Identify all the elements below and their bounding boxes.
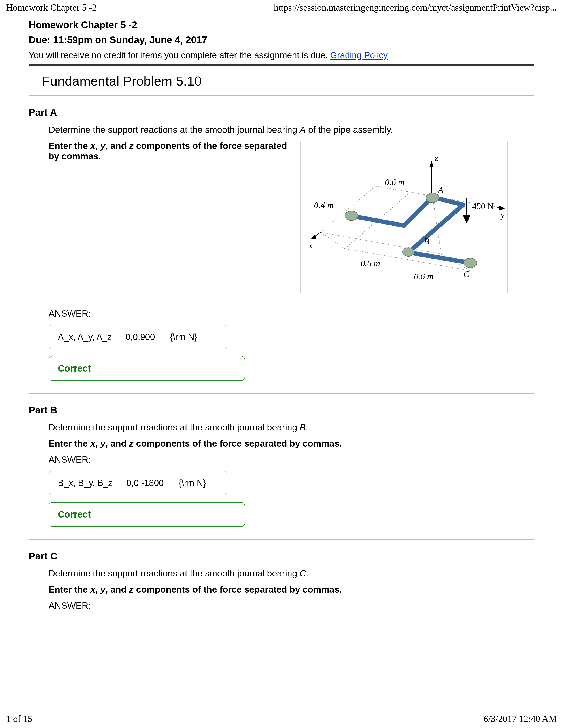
fig-dim-left: 0.4 m: [314, 200, 334, 210]
inst-static: , and: [105, 438, 129, 448]
header-url: https://session.masteringengineering.com…: [274, 2, 557, 13]
answer-vars: A_x, A_y, A_z: [58, 332, 119, 342]
part-b-prompt: Determine the support reactions at the s…: [49, 422, 534, 433]
part-b-feedback: Correct: [49, 502, 245, 527]
axis-z: z: [435, 153, 438, 163]
credit-text: You will receive no credit for items you…: [29, 50, 330, 60]
inst-static: ,: [95, 438, 100, 448]
grading-policy-link[interactable]: Grading Policy: [330, 50, 388, 60]
problem-title: Fundamental Problem 5.10: [29, 67, 534, 95]
part-b-heading: Part B: [29, 405, 534, 416]
header-title: Homework Chapter 5 -2: [6, 2, 96, 13]
inst-vars: x: [90, 141, 95, 151]
answer-unit: {\rm N}: [179, 478, 206, 488]
answer-label: ANSWER:: [49, 600, 534, 611]
print-header: Homework Chapter 5 -2 https://session.ma…: [0, 0, 563, 19]
label-a: A: [437, 185, 444, 195]
prompt-var: C: [300, 568, 306, 578]
inst-static: , and: [105, 141, 129, 151]
due-date: Due: 11:59pm on Sunday, June 4, 2017: [29, 34, 534, 45]
fig-force: 450 N: [472, 201, 494, 211]
inst-vars: z: [129, 438, 134, 448]
inst-pre: Enter the: [49, 141, 90, 151]
part-c-heading: Part C: [29, 551, 534, 562]
answer-vars: B_x, B_y, B_z: [58, 478, 120, 488]
assignment-title: Homework Chapter 5 -2: [29, 19, 534, 30]
inst-pre: Enter the: [49, 438, 90, 448]
part-a-feedback: Correct: [49, 356, 245, 381]
label-b: B: [424, 236, 429, 246]
inst-vars: y: [100, 584, 105, 595]
inst-vars: z: [129, 584, 134, 595]
svg-point-20: [426, 193, 439, 203]
part-b-body: Determine the support reactions at the s…: [29, 422, 534, 527]
prompt-text: Determine the support reactions at the s…: [49, 422, 300, 432]
svg-line-1: [321, 232, 441, 254]
fig-dim-bl: 0.6 m: [361, 259, 380, 268]
inst-pre: Enter the: [49, 584, 90, 595]
pipe-assembly-figure: 0.6 m 0.4 m 0.6 m 0.6 m 450 N z y x A B …: [300, 141, 508, 293]
part-a-heading: Part A: [29, 107, 534, 118]
prompt-var: A: [300, 125, 306, 135]
part-c-instructions: Enter the x, y, and z components of the …: [49, 584, 534, 595]
svg-marker-11: [311, 235, 316, 239]
answer-values: 0,0,-1800: [126, 478, 164, 488]
inst-vars: x: [90, 438, 95, 448]
answer-values: 0,0,900: [125, 332, 155, 342]
inst-vars: y: [100, 141, 105, 151]
part-a-row: Enter the x, y, and z components of the …: [49, 141, 534, 293]
prompt-post: of the pipe assembly.: [306, 125, 393, 135]
inst-post: components of the force separated by com…: [133, 584, 342, 595]
svg-marker-13: [499, 206, 505, 210]
inst-vars: x: [90, 584, 95, 595]
part-b-answer: B_x, B_y, B_z 0,0,-1800 {\rm N}: [49, 471, 227, 495]
answer-unit: {\rm N}: [170, 332, 197, 342]
svg-marker-9: [430, 162, 433, 166]
credit-note: You will receive no credit for items you…: [29, 50, 534, 60]
inst-static: , and: [105, 584, 129, 595]
label-c: C: [463, 269, 469, 279]
prompt-text: Determine the support reactions at the s…: [49, 568, 300, 578]
prompt-post: .: [306, 568, 309, 578]
divider: [29, 95, 534, 96]
svg-line-2: [321, 232, 345, 249]
svg-point-22: [464, 258, 477, 268]
inst-static: ,: [95, 584, 100, 595]
svg-point-19: [345, 211, 358, 221]
inst-post: components of the force separated by com…: [133, 438, 342, 448]
part-a-prompt: Determine the support reactions at the s…: [49, 125, 534, 135]
part-a-answer: A_x, A_y, A_z 0,0,900 {\rm N}: [49, 325, 227, 349]
prompt-post: .: [306, 422, 308, 432]
axis-y: y: [500, 210, 505, 220]
print-footer: 1 of 15 6/3/2017 12:40 AM: [0, 713, 563, 724]
answer-label: ANSWER:: [49, 454, 534, 465]
fig-dim-top: 0.6 m: [385, 177, 405, 187]
prompt-text: Determine the support reactions at the s…: [49, 125, 300, 135]
svg-marker-24: [464, 216, 469, 222]
inst-static: ,: [95, 141, 100, 151]
inst-vars: z: [129, 141, 134, 151]
heavy-divider: [29, 64, 534, 66]
part-b-instructions: Enter the x, y, and z components of the …: [49, 438, 534, 449]
divider: [29, 539, 534, 540]
page-number: 1 of 15: [6, 713, 32, 724]
part-c-body: Determine the support reactions at the s…: [29, 568, 534, 611]
answer-label: ANSWER:: [49, 308, 534, 319]
axis-x: x: [309, 240, 313, 250]
svg-point-21: [403, 248, 414, 256]
figure-svg: 0.6 m 0.4 m 0.6 m 0.6 m 450 N z y x A B …: [301, 141, 507, 293]
inst-vars: y: [100, 438, 105, 448]
divider: [29, 393, 534, 394]
prompt-var: B: [300, 422, 306, 432]
main-content: Homework Chapter 5 -2 Due: 11:59pm on Su…: [0, 19, 563, 611]
svg-line-14: [351, 216, 404, 226]
part-a-body: Determine the support reactions at the s…: [29, 125, 534, 381]
part-c-prompt: Determine the support reactions at the s…: [49, 568, 534, 579]
fig-dim-br: 0.6 m: [414, 272, 433, 281]
part-a-instructions: Enter the x, y, and z components of the …: [49, 141, 292, 161]
print-timestamp: 6/3/2017 12:40 AM: [484, 713, 557, 724]
